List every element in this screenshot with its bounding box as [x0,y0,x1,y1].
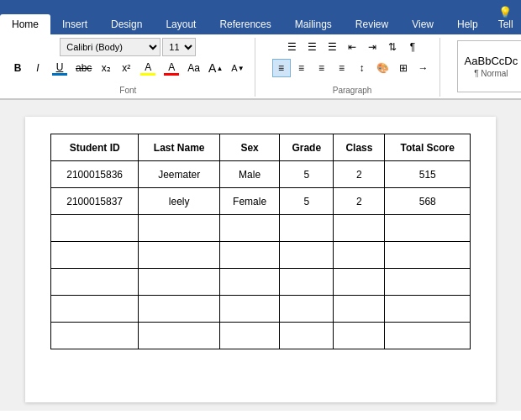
tab-view[interactable]: View [400,14,445,34]
superscript-button[interactable]: x² [117,59,135,77]
ribbon: Calibri (Body) 11 B I U abc x₂ x² A [0,34,521,99]
italic-button[interactable]: I [29,59,47,77]
underline-color-bar [52,73,67,76]
cell-r4-c3 [280,269,334,296]
col-header-last-name: Last Name [139,134,220,161]
align-left-button[interactable]: ≡ [272,59,291,77]
cell-r3-c2 [220,242,280,269]
style-normal-button[interactable]: AaBbCcDc ¶ Normal [457,40,521,92]
highlight-button[interactable]: A [137,59,159,77]
underline-button[interactable]: U [49,59,71,77]
font-grow-button[interactable]: A▲ [205,59,226,77]
tab-layout[interactable]: Layout [154,14,208,34]
line-spacing-button[interactable]: ↕ [353,59,371,77]
indent-decrease-button[interactable]: ⇤ [343,38,361,56]
tab-bar: Home Insert Design Layout References Mai… [0,0,521,34]
cell-r6-c2 [220,323,280,349]
cell-r5-c5 [385,296,471,323]
cell-r3-c5 [385,242,471,269]
cell-r4-c1 [139,269,220,296]
font-color-label: A [168,61,175,73]
table-row: 2100015836JeematerMale52515 [51,161,471,188]
col-header-sex: Sex [220,134,280,161]
cell-r6-c4 [334,323,385,349]
cell-r4-c4 [334,269,385,296]
tab-home[interactable]: Home [0,14,50,34]
table-row [51,296,471,323]
indent-right-button[interactable]: → [414,59,433,77]
bullets-button[interactable]: ☰ [282,38,301,56]
shading-button[interactable]: 🎨 [373,59,392,77]
cell-r3-c1 [139,242,220,269]
cell-r3-c4 [334,242,385,269]
cell-r6-c0 [51,323,139,349]
underline-label: U [56,61,64,73]
cell-r1-c4: 2 [334,188,385,215]
indent-increase-button[interactable]: ⇥ [363,38,382,56]
tab-mailings[interactable]: Mailings [283,14,344,34]
cell-r5-c1 [139,296,220,323]
cell-r4-c0 [51,269,139,296]
tab-review[interactable]: Review [344,14,400,34]
font-color-button[interactable]: A [161,59,182,77]
font-case-button[interactable]: Aa [184,59,203,77]
cell-r5-c3 [280,296,334,323]
cell-r3-c3 [280,242,334,269]
cell-r2-c1 [139,215,220,242]
font-shrink-button[interactable]: A▼ [228,59,247,77]
ribbon-group-styles: AaBbCcDc ¶ Normal AaBbCcDc ¶ No Spac... … [454,38,521,97]
cell-r2-c2 [220,215,280,242]
multilevel-list-button[interactable]: ☰ [323,38,341,56]
cell-r1-c5: 568 [385,188,471,215]
cell-r0-c0: 2100015836 [51,161,139,188]
font-color-bar [164,73,179,76]
cell-r1-c0: 2100015837 [51,188,139,215]
highlight-label: A [145,61,151,73]
show-marks-button[interactable]: ¶ [403,38,422,56]
bold-button[interactable]: B [8,59,27,77]
data-table: Student ID Last Name Sex Grade Class Tot… [50,134,471,349]
tab-insert[interactable]: Insert [50,14,99,34]
ribbon-group-paragraph: ☰ ☰ ☰ ⇤ ⇥ ⇅ ¶ ≡ ≡ ≡ ≡ ↕ 🎨 ⊞ → Paragraph [269,38,440,97]
numbered-list-button[interactable]: ☰ [303,38,321,56]
sort-button[interactable]: ⇅ [383,38,402,56]
subscript-button[interactable]: x₂ [97,59,115,77]
cell-r2-c0 [51,215,139,242]
cell-r2-c5 [385,215,471,242]
col-header-student-id: Student ID [51,134,139,161]
strikethrough-button[interactable]: abc [72,59,95,77]
col-header-grade: Grade [280,134,334,161]
col-header-total-score: Total Score [385,134,471,161]
cell-r6-c1 [139,323,220,349]
tell-me-label: 💡 Tell [490,2,521,34]
document-area: Student ID Last Name Sex Grade Class Tot… [0,100,521,411]
cell-r1-c2: Female [220,188,280,215]
paragraph-group-label: Paragraph [333,84,372,95]
cell-r5-c0 [51,296,139,323]
font-group-label: Font [119,84,136,95]
font-name-select[interactable]: Calibri (Body) [60,38,161,56]
tab-references[interactable]: References [208,14,282,34]
ribbon-group-font: Calibri (Body) 11 B I U abc x₂ x² A [5,38,255,97]
cell-r1-c3: 5 [280,188,334,215]
cell-r5-c2 [220,296,280,323]
cell-r4-c5 [385,269,471,296]
style-normal-preview: AaBbCcDc [465,55,518,67]
borders-button[interactable]: ⊞ [394,59,413,77]
font-size-select[interactable]: 11 [162,38,196,56]
cell-r6-c3 [280,323,334,349]
tab-design[interactable]: Design [99,14,154,34]
align-right-button[interactable]: ≡ [313,59,331,77]
cell-r0-c4: 2 [334,161,385,188]
cell-r0-c5: 515 [385,161,471,188]
cell-r4-c2 [220,269,280,296]
cell-r0-c2: Male [220,161,280,188]
cell-r6-c5 [385,323,471,349]
table-row [51,215,471,242]
table-row [51,323,471,349]
cell-r0-c1: Jeemater [139,161,220,188]
justify-button[interactable]: ≡ [333,59,351,77]
tab-help[interactable]: Help [445,14,490,34]
align-center-button[interactable]: ≡ [292,59,311,77]
highlight-color-bar [140,73,155,76]
